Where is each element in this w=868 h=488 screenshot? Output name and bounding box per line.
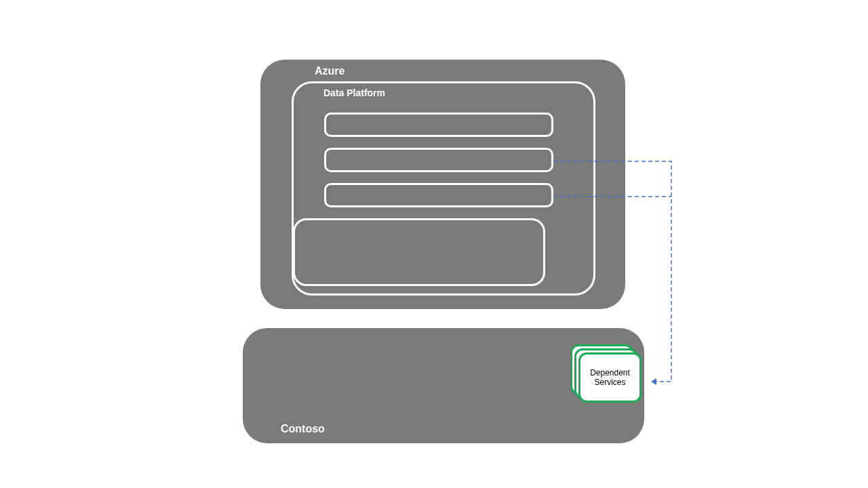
platform-slot-2: [324, 148, 553, 172]
dependent-services-card-front: Dependent Services: [578, 352, 642, 403]
dependent-services-label-line2: Services: [594, 378, 625, 387]
dependent-services-label-line1: Dependent: [590, 368, 630, 378]
platform-slot-3: [324, 183, 553, 207]
contoso-label: Contoso: [281, 423, 325, 435]
azure-container: Azure Data Platform: [260, 60, 625, 309]
platform-slot-4: [293, 218, 545, 286]
azure-label: Azure: [315, 65, 344, 77]
contoso-container: Contoso Dependent Services: [243, 328, 644, 443]
connector-arrowhead-icon: [651, 378, 656, 385]
platform-slot-1: [324, 113, 553, 137]
data-platform-label: Data Platform: [323, 87, 385, 98]
